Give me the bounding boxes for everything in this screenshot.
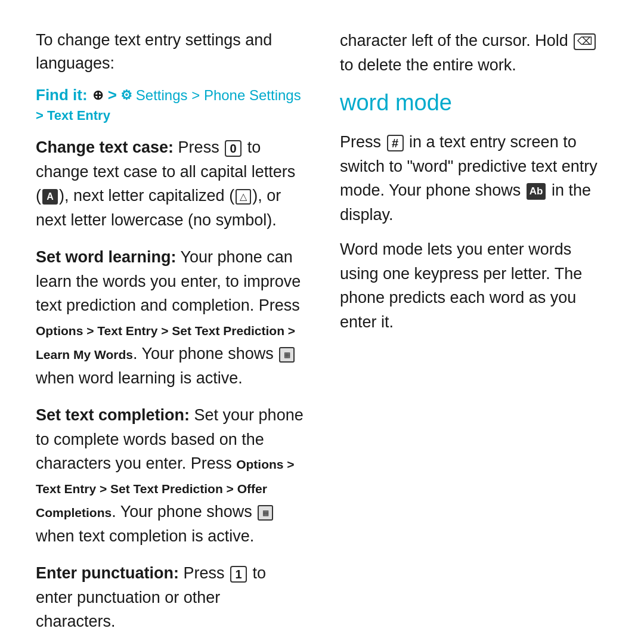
- word-mode-heading: word mode: [340, 90, 608, 116]
- section-text-completion: Set text completion: Set your phone to c…: [36, 403, 304, 548]
- hash-key: #: [387, 135, 404, 151]
- settings-icon: ⚙: [120, 88, 132, 103]
- left-column: To change text entry settings and langua…: [36, 29, 304, 644]
- all-caps-icon: A: [42, 189, 58, 205]
- ab-badge: Ab: [527, 183, 546, 200]
- find-it-line: Find it: ⊕ > ⚙ Settings > Phone Settings: [36, 86, 304, 104]
- section-word-learning: Set word learning: Your phone can learn …: [36, 245, 304, 390]
- options-menu-2: Options > Text Entry > Set Text Predicti…: [36, 457, 295, 519]
- section-body-text-completion: Set your phone to complete words based o…: [36, 406, 304, 545]
- word-mode-desc: Word mode lets you enter words using one…: [340, 237, 608, 334]
- text-complete-icon: ▦: [258, 505, 273, 521]
- word-mode-intro: Press # in a text entry screen to switch…: [340, 130, 608, 227]
- section-title-enter-punctuation: Enter punctuation:: [36, 564, 179, 582]
- section-enter-punctuation: Enter punctuation: Press 1 to enter punc…: [36, 561, 304, 634]
- section-body-word-learning: Your phone can learn the words you enter…: [36, 248, 301, 387]
- section-title-word-learning: Set word learning:: [36, 248, 177, 266]
- clear-key-right: ⌫: [574, 33, 596, 50]
- find-it-label: Find it:: [36, 86, 88, 104]
- find-it-arrow: >: [108, 86, 117, 104]
- intro-text: To change text entry settings and langua…: [36, 29, 304, 75]
- key-1: 1: [230, 566, 247, 583]
- options-menu: Options > Text Entry > Set Text Predicti…: [36, 324, 295, 362]
- section-title-change-text-case: Change text case:: [36, 138, 174, 156]
- key-0: 0: [225, 140, 242, 157]
- page-container: To change text entry settings and langua…: [0, 0, 644, 644]
- section-change-text-case: Change text case: Press 0 to change text…: [36, 135, 304, 232]
- nav-dot-icon: ⊕: [92, 88, 103, 103]
- word-learn-icon: ▦: [279, 347, 295, 363]
- cont-text: character left of the cursor. Hold ⌫ to …: [340, 29, 608, 77]
- two-column-layout: To change text entry settings and langua…: [36, 29, 608, 644]
- next-cap-icon: △: [236, 189, 251, 205]
- right-column: character left of the cursor. Hold ⌫ to …: [340, 29, 608, 644]
- section-title-text-completion: Set text completion:: [36, 406, 190, 424]
- find-it-nav: Settings > Phone Settings: [136, 87, 301, 104]
- find-it-sub: > Text Entry: [36, 108, 304, 123]
